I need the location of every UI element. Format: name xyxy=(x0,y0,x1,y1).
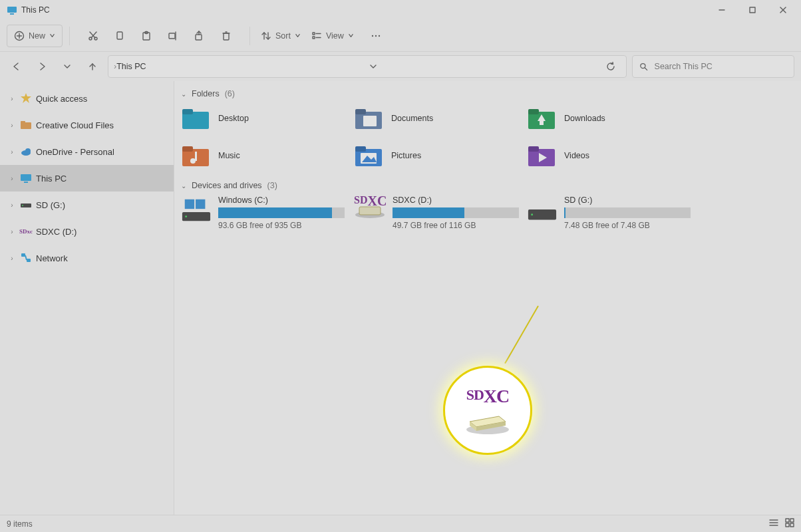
cut-button[interactable] xyxy=(83,25,103,47)
sdxc-drive-icon: SDXC xyxy=(354,196,386,225)
cloud-icon xyxy=(20,146,32,158)
sidebar-item-sd-g[interactable]: › SD (G:) xyxy=(0,192,174,218)
chevron-right-icon[interactable]: › xyxy=(8,228,16,235)
svg-rect-85 xyxy=(786,523,789,527)
chevron-down-icon[interactable]: ⌄ xyxy=(181,90,186,98)
sdxc-icon: SDxc xyxy=(20,225,32,237)
svg-rect-73 xyxy=(359,207,381,215)
svg-rect-51 xyxy=(355,109,366,114)
drive-windows-c[interactable]: Windows (C:) 93.6 GB free of 935 GB xyxy=(181,196,354,230)
svg-point-59 xyxy=(190,158,196,164)
search-input[interactable] xyxy=(655,62,787,71)
sidebar-item-this-pc[interactable]: › This PC xyxy=(0,165,174,192)
folder-videos[interactable]: Videos xyxy=(527,141,700,170)
sidebar-item-creative-cloud[interactable]: › Creative Cloud Files xyxy=(0,112,174,138)
search-icon xyxy=(639,62,648,71)
paste-button[interactable] xyxy=(136,25,156,47)
sort-button[interactable]: Sort xyxy=(257,25,305,47)
view-label: View xyxy=(326,31,344,41)
item-count: 9 items xyxy=(7,519,33,529)
cardreader-icon xyxy=(464,408,511,435)
chevron-right-icon[interactable]: › xyxy=(8,148,16,156)
maximize-button[interactable] xyxy=(737,0,768,20)
breadcrumb[interactable]: This PC xyxy=(116,62,146,71)
chevron-right-icon[interactable]: › xyxy=(8,95,16,102)
chevron-down-icon[interactable]: ⌄ xyxy=(181,182,186,190)
view-button[interactable]: View xyxy=(307,25,358,47)
svg-rect-58 xyxy=(182,146,193,152)
details-view-button[interactable] xyxy=(769,518,778,529)
desktop-folder-icon xyxy=(181,106,210,130)
folders-header[interactable]: ⌄ Folders (6) xyxy=(181,89,801,98)
svg-rect-71 xyxy=(196,200,205,209)
folder-music[interactable]: Music xyxy=(181,141,354,170)
folder-desktop[interactable]: Desktop xyxy=(181,104,354,133)
star-icon xyxy=(20,92,32,104)
folder-downloads[interactable]: Downloads xyxy=(527,104,700,133)
svg-rect-49 xyxy=(182,109,193,114)
ext-drive-icon xyxy=(527,196,558,225)
svg-rect-24 xyxy=(313,33,315,35)
svg-marker-36 xyxy=(21,93,31,103)
drives-header[interactable]: ⌄ Devices and drives (3) xyxy=(181,181,801,190)
svg-rect-42 xyxy=(24,182,28,183)
refresh-button[interactable] xyxy=(601,57,621,76)
chevron-right-icon[interactable]: › xyxy=(8,255,16,262)
svg-rect-86 xyxy=(790,523,794,527)
svg-rect-1 xyxy=(10,13,14,15)
pictures-folder-icon xyxy=(354,144,383,168)
share-button[interactable] xyxy=(190,25,210,47)
up-button[interactable] xyxy=(82,57,102,76)
sidebar-item-sdxc-d[interactable]: › SDxc SDXC (D:) xyxy=(0,218,174,245)
new-label: New xyxy=(29,31,45,41)
more-button[interactable] xyxy=(366,25,386,47)
svg-rect-54 xyxy=(528,109,539,114)
sidebar-label: OneDrive - Personal xyxy=(36,147,114,157)
window-title: This PC xyxy=(21,5,50,15)
sidebar-label: Creative Cloud Files xyxy=(36,120,114,130)
svg-rect-56 xyxy=(540,121,544,125)
status-bar: 9 items xyxy=(0,515,801,532)
svg-point-69 xyxy=(185,215,187,217)
delete-button[interactable] xyxy=(216,25,236,47)
icons-view-button[interactable] xyxy=(785,518,794,529)
new-button[interactable]: New xyxy=(7,25,63,47)
address-bar[interactable]: › This PC xyxy=(108,55,627,78)
svg-line-35 xyxy=(645,68,647,70)
svg-point-28 xyxy=(372,35,373,36)
rename-button[interactable] xyxy=(163,25,183,47)
recent-dropdown[interactable] xyxy=(57,57,77,76)
toolbar: New Sort View xyxy=(0,20,801,52)
folder-pictures[interactable]: Pictures xyxy=(354,141,527,170)
sidebar-item-quick-access[interactable]: › Quick access xyxy=(0,85,174,112)
sidebar-label: This PC xyxy=(36,174,67,184)
address-dropdown[interactable] xyxy=(363,57,383,76)
svg-rect-62 xyxy=(355,146,366,152)
sidebar-label: SD (G:) xyxy=(36,200,65,210)
folder-documents[interactable]: Documents xyxy=(354,104,527,133)
chevron-right-icon[interactable]: › xyxy=(8,201,16,209)
chevron-right-icon[interactable]: › xyxy=(8,175,16,182)
os-drive-icon xyxy=(181,196,212,225)
drive-sdxc-d[interactable]: SDXC SDXC (D:) 49.7 GB free of 116 GB xyxy=(354,196,527,230)
content-pane: ⌄ Folders (6) Desktop Documents Download… xyxy=(174,81,801,515)
minimize-button[interactable] xyxy=(707,0,737,20)
music-folder-icon xyxy=(181,144,210,168)
drive-sd-g[interactable]: SD (G:) 7.48 GB free of 7.48 GB xyxy=(527,196,700,230)
close-button[interactable] xyxy=(768,0,798,20)
folder-icon xyxy=(20,119,32,131)
forward-button[interactable] xyxy=(32,57,52,76)
svg-rect-41 xyxy=(21,174,31,181)
svg-rect-46 xyxy=(27,259,31,262)
svg-point-29 xyxy=(375,35,377,36)
copy-button[interactable] xyxy=(110,25,130,47)
chevron-right-icon[interactable]: › xyxy=(8,122,16,129)
sidebar-item-onedrive[interactable]: › OneDrive - Personal xyxy=(0,138,174,165)
sidebar-item-network[interactable]: › Network xyxy=(0,245,174,271)
search-bar[interactable] xyxy=(632,55,794,78)
storage-bar xyxy=(564,207,691,218)
svg-point-44 xyxy=(22,205,23,206)
sidebar: › Quick access › Creative Cloud Files › … xyxy=(0,81,174,515)
svg-rect-0 xyxy=(7,7,17,13)
back-button[interactable] xyxy=(7,57,27,76)
